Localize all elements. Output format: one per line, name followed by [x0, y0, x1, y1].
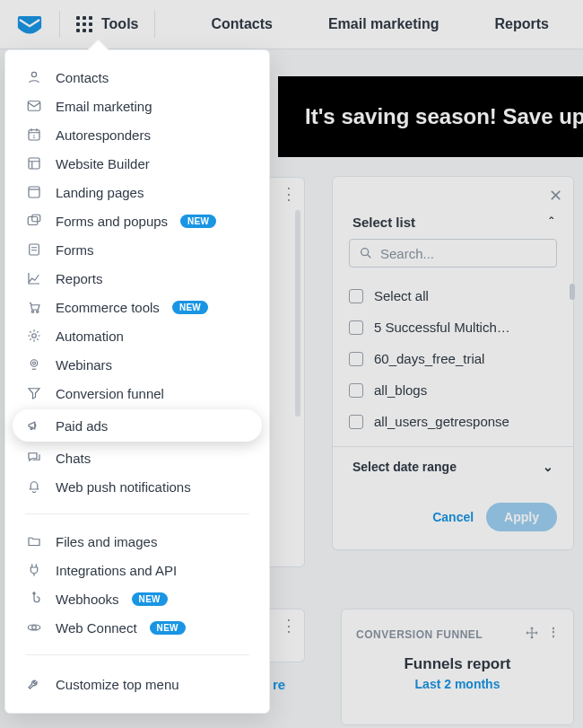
- menu-item-label: Autoresponders: [56, 127, 151, 143]
- list-item[interactable]: 5 Successful Multich…: [349, 311, 557, 343]
- cart-icon: [25, 298, 43, 316]
- chevron-up-icon[interactable]: ˆ: [549, 215, 553, 230]
- menu-item-label: Webhooks: [56, 592, 119, 607]
- nav-email-marketing[interactable]: Email marketing: [328, 16, 439, 32]
- menu-item-label: Ecommerce tools: [56, 300, 160, 315]
- menu-item-label: Integrations and API: [56, 563, 177, 578]
- cancel-button[interactable]: Cancel: [432, 503, 474, 531]
- search-icon: [359, 245, 373, 261]
- divider: [25, 513, 249, 514]
- menu-item-label: Forms: [56, 242, 94, 258]
- wrench-icon: [25, 675, 43, 693]
- apply-button[interactable]: Apply: [486, 503, 557, 531]
- new-badge: NEW: [132, 592, 168, 606]
- menu-item-calendar[interactable]: 1Autoresponders: [5, 120, 269, 149]
- divider: [25, 654, 249, 655]
- megaphone-icon: [25, 417, 43, 434]
- panel-actions: Cancel Apply: [333, 487, 573, 549]
- menu-item-megaphone[interactable]: Paid ads: [13, 409, 262, 442]
- svg-rect-7: [29, 187, 39, 197]
- search-field[interactable]: [349, 239, 557, 268]
- svg-line-1: [368, 255, 370, 258]
- list-item[interactable]: all_users_getresponse: [349, 406, 557, 437]
- conversion-funnel-card: CONVERSION FUNNEL ⋮ Funnels report Last …: [341, 609, 574, 725]
- menu-item-hook[interactable]: WebhooksNEW: [5, 584, 269, 613]
- svg-point-17: [32, 626, 37, 630]
- menu-item-envelope[interactable]: Email marketing: [5, 92, 269, 120]
- logo-icon: [16, 14, 43, 34]
- tools-dropdown: ContactsEmail marketing1AutorespondersWe…: [4, 49, 270, 714]
- checkbox-icon[interactable]: [349, 415, 363, 429]
- svg-point-14: [30, 360, 38, 367]
- menu-item-contacts[interactable]: Contacts: [5, 63, 269, 92]
- menu-item-label: Webinars: [56, 357, 112, 373]
- bell-icon: [25, 478, 43, 496]
- customize-top-menu[interactable]: Customize top menu: [5, 668, 269, 700]
- more-icon[interactable]: ⋮: [548, 626, 560, 643]
- gear-icon: [25, 327, 43, 345]
- svg-text:1: 1: [32, 134, 36, 139]
- menu-item-label: Chats: [56, 451, 91, 466]
- checkbox-icon[interactable]: [349, 320, 363, 335]
- webcam-icon: [25, 355, 43, 373]
- list-item[interactable]: Select all: [349, 280, 557, 311]
- menu-item-plug[interactable]: Integrations and API: [5, 556, 269, 584]
- menu-item-layout[interactable]: Website Builder: [5, 149, 269, 178]
- move-icon[interactable]: [525, 626, 539, 643]
- menu-item-label: Contacts: [56, 70, 109, 85]
- chart-icon: [25, 269, 43, 287]
- menu-item-funnel[interactable]: Conversion funnel: [5, 379, 269, 408]
- menu-item-bell[interactable]: Web push notifications: [5, 472, 269, 501]
- card-title: Funnels report: [356, 655, 559, 673]
- select-list-panel: ✕ Select list ˆ Select all 5 Successful …: [332, 176, 574, 550]
- menu-item-chat[interactable]: Chats: [5, 443, 269, 472]
- menu-item-popup[interactable]: Forms and popupsNEW: [5, 206, 269, 235]
- more-icon[interactable]: ⋮: [281, 192, 297, 196]
- menu-item-folder[interactable]: Files and images: [5, 527, 269, 556]
- menu-item-label: Website Builder: [56, 156, 150, 171]
- checkbox-icon[interactable]: [349, 383, 363, 398]
- list-item[interactable]: all_blogs: [349, 374, 557, 406]
- plug-icon: [25, 561, 43, 579]
- checkbox-icon[interactable]: [349, 352, 363, 366]
- close-icon[interactable]: ✕: [549, 186, 562, 206]
- background-card: ⋮: [269, 609, 305, 662]
- new-badge: NEW: [180, 215, 216, 228]
- card-subtitle[interactable]: Last 2 months: [356, 677, 559, 691]
- menu-item-cart[interactable]: Ecommerce toolsNEW: [5, 293, 269, 321]
- menu-item-label: Automation: [56, 329, 124, 344]
- menu-item-chart[interactable]: Reports: [5, 264, 269, 293]
- list-item[interactable]: 60_days_free_trial: [349, 343, 557, 374]
- scrollbar[interactable]: [570, 284, 575, 300]
- more-icon[interactable]: ⋮: [281, 624, 297, 627]
- menu-item-label: Paid ads: [56, 418, 108, 434]
- search-input[interactable]: [380, 246, 547, 261]
- menu-item-webcam[interactable]: Webinars: [5, 350, 269, 379]
- menu-item-landing[interactable]: Landing pages: [5, 178, 269, 206]
- promo-text: It's saving season! Save up to: [305, 104, 583, 129]
- menu-item-orbit[interactable]: Web ConnectNEW: [5, 613, 269, 642]
- svg-rect-3: [28, 101, 40, 111]
- contacts-icon: [25, 68, 43, 86]
- landing-icon: [25, 183, 43, 201]
- promo-banner: It's saving season! Save up to: [278, 76, 583, 157]
- tools-menu-trigger[interactable]: Tools: [76, 16, 138, 32]
- background-card: ⋮: [269, 177, 305, 567]
- peek-link[interactable]: re: [273, 677, 285, 692]
- menu-item-label: Landing pages: [56, 185, 144, 200]
- new-badge: NEW: [150, 621, 186, 635]
- checkbox-icon[interactable]: [349, 289, 363, 303]
- scrollbar[interactable]: [295, 210, 300, 417]
- card-kicker: CONVERSION FUNNEL: [356, 628, 483, 641]
- svg-rect-10: [30, 244, 39, 255]
- select-date-range[interactable]: Select date range ⌄: [333, 446, 573, 487]
- menu-item-form[interactable]: Forms: [5, 235, 269, 264]
- menu-item-gear[interactable]: Automation: [5, 321, 269, 350]
- funnel-icon: [25, 384, 43, 402]
- nav-reports[interactable]: Reports: [495, 16, 549, 32]
- menu-item-label: Reports: [56, 271, 103, 286]
- chat-icon: [25, 449, 43, 467]
- nav-contacts[interactable]: Contacts: [211, 16, 272, 32]
- svg-point-13: [32, 334, 37, 338]
- calendar-icon: 1: [25, 126, 43, 144]
